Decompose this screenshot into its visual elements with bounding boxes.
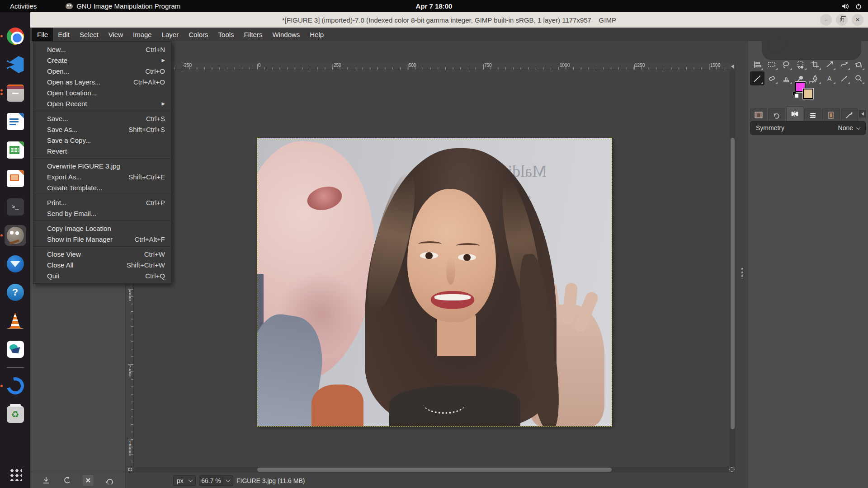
swap-colors-icon[interactable]: [809, 80, 815, 84]
dock-item-impress[interactable]: [5, 168, 26, 189]
tool-unified-transform[interactable]: [822, 57, 837, 71]
menu-item-close-view[interactable]: Close ViewCtrl+W: [33, 249, 171, 259]
tab-brushes[interactable]: [841, 108, 858, 121]
panel-splitter[interactable]: [736, 41, 748, 488]
symmetry-select[interactable]: None: [838, 124, 860, 131]
menu-item-create[interactable]: Create▸: [33, 55, 171, 66]
menu-select[interactable]: Select: [75, 28, 104, 41]
dock-item-gimp[interactable]: [5, 225, 26, 246]
delete-image-button[interactable]: [83, 475, 94, 486]
tool-crop[interactable]: [808, 57, 822, 71]
title-bar[interactable]: *[FIGURE 3] (imported)-7.0 (Indexed colo…: [30, 12, 868, 28]
menu-item-send-by-email[interactable]: Send by Email...: [33, 208, 171, 219]
dock-item-vscode[interactable]: [5, 54, 26, 75]
menu-item-revert[interactable]: Revert: [33, 145, 171, 156]
canvas-image[interactable]: Maldives Ke Red Sea Tabit Azur Aca New C…: [257, 138, 612, 426]
menu-item-show-in-file-manager[interactable]: Show in File ManagerCtrl+Alt+F: [33, 234, 171, 244]
save-image-button[interactable]: [41, 475, 52, 486]
dock-item-vlc[interactable]: [5, 310, 26, 331]
menu-item-copy-image-location[interactable]: Copy Image Location: [33, 223, 171, 234]
activities-button[interactable]: Activities: [0, 2, 47, 10]
tool-rectangle-select[interactable]: [764, 57, 779, 71]
tab-image-thumbnail[interactable]: [750, 108, 767, 121]
menu-item-save-a-copy[interactable]: Save a Copy...: [33, 135, 171, 145]
menu-item-print[interactable]: Print...Ctrl+P: [33, 197, 171, 208]
dock-item-help[interactable]: ?: [5, 282, 26, 303]
tab-symmetry-painting[interactable]: [786, 106, 803, 121]
zoom-dropdown-button[interactable]: [223, 475, 233, 486]
minimize-button[interactable]: −: [820, 14, 832, 26]
dock-item-terminal[interactable]: >_: [5, 197, 26, 217]
tool-bucket-fill[interactable]: [851, 57, 866, 71]
tool-zoom[interactable]: [851, 71, 866, 85]
menu-help[interactable]: Help: [305, 28, 329, 41]
triangle-left-icon: [729, 65, 734, 68]
menu-item-create-template[interactable]: Create Template...: [33, 182, 171, 193]
dock-item-writer[interactable]: [5, 111, 26, 132]
menu-item-save[interactable]: Save...Ctrl+S: [33, 113, 171, 124]
tool-color-picker[interactable]: [837, 71, 851, 85]
menu-item-new[interactable]: New...Ctrl+N: [33, 44, 171, 55]
canvas-area[interactable]: -250 0 250 500 750 1000 1250 1500 500 75…: [126, 41, 736, 488]
menu-colors[interactable]: Colors: [184, 28, 213, 41]
menu-item-save-as[interactable]: Save As...Shift+Ctrl+S: [33, 124, 171, 135]
tool-select-by-color[interactable]: [793, 57, 808, 71]
focused-app-chip[interactable]: GNU Image Manipulation Program: [66, 2, 180, 10]
dock-item-chrome[interactable]: [5, 26, 26, 47]
horizontal-scrollbar[interactable]: [134, 467, 729, 473]
menu-item-overwrite[interactable]: Overwrite FIGURE 3.jpg: [33, 160, 171, 171]
menu-item-open[interactable]: Open...Ctrl+O: [33, 66, 171, 76]
menu-item-export-as[interactable]: Export As...Shift+Ctrl+E: [33, 171, 171, 182]
menu-item-quit[interactable]: QuitCtrl+Q: [33, 270, 171, 281]
menu-image[interactable]: Image: [128, 28, 157, 41]
tool-warp-transform[interactable]: [837, 57, 851, 71]
dock-item-files[interactable]: [5, 83, 26, 103]
vertical-scroll-thumb[interactable]: [731, 138, 735, 429]
dock-item-trash[interactable]: ♻: [5, 404, 26, 425]
tool-eraser[interactable]: [764, 71, 779, 85]
restore-button[interactable]: [836, 14, 848, 26]
ubuntu-top-bar: Activities GNU Image Manipulation Progra…: [0, 0, 868, 12]
tab-undo-history[interactable]: [768, 108, 785, 121]
menu-view[interactable]: View: [104, 28, 128, 41]
dock-item-app-grid[interactable]: [5, 464, 26, 484]
zoom-input[interactable]: 66.7 %: [199, 475, 223, 486]
menu-item-open-recent[interactable]: Open Recent▸: [33, 98, 171, 109]
tool-paintbrush[interactable]: [750, 71, 764, 85]
menu-item-open-as-layers[interactable]: Open as Layers...Ctrl+Alt+O: [33, 76, 171, 87]
canvas-menu-button[interactable]: [728, 63, 736, 70]
menu-windows[interactable]: Windows: [267, 28, 305, 41]
tool-text[interactable]: A: [822, 71, 837, 85]
menu-edit[interactable]: Edit: [53, 28, 75, 41]
tool-free-select[interactable]: [779, 57, 793, 71]
menu-tools[interactable]: Tools: [213, 28, 239, 41]
dock-item-notes[interactable]: [5, 339, 26, 360]
reload-button[interactable]: [104, 475, 115, 486]
system-tray[interactable]: [842, 0, 862, 12]
dock-item-updater[interactable]: [5, 375, 26, 396]
menu-layer[interactable]: Layer: [157, 28, 184, 41]
tab-layers[interactable]: [804, 108, 821, 121]
quick-mask-toggle[interactable]: [127, 466, 134, 473]
close-button[interactable]: ×: [852, 14, 863, 26]
background-color-swatch[interactable]: [803, 89, 813, 99]
tool-clone[interactable]: [779, 71, 793, 85]
tab-menu-button[interactable]: [859, 110, 866, 117]
navigation-button[interactable]: [728, 466, 736, 473]
menu-file[interactable]: File: [32, 28, 53, 41]
revert-button[interactable]: [62, 475, 73, 486]
default-colors-icon[interactable]: [793, 92, 796, 95]
unit-select[interactable]: px: [173, 475, 196, 486]
clock[interactable]: Apr 7 18:00: [416, 0, 453, 12]
menu-item-open-location[interactable]: Open Location...: [33, 87, 171, 98]
menu-item-close-all[interactable]: Close AllShift+Ctrl+W: [33, 259, 171, 270]
horizontal-scroll-thumb[interactable]: [257, 468, 612, 472]
horizontal-ruler[interactable]: -250 0 250 500 750 1000 1250 1500: [134, 63, 729, 70]
tool-alignment[interactable]: [750, 57, 764, 71]
vertical-scrollbar[interactable]: [730, 70, 736, 473]
dock-item-calc[interactable]: [5, 140, 26, 160]
dock-item-thunderbird[interactable]: [5, 253, 26, 274]
menu-filters[interactable]: Filters: [239, 28, 268, 41]
splitter-grip[interactable]: [741, 267, 743, 279]
tab-channels[interactable]: [822, 108, 840, 121]
